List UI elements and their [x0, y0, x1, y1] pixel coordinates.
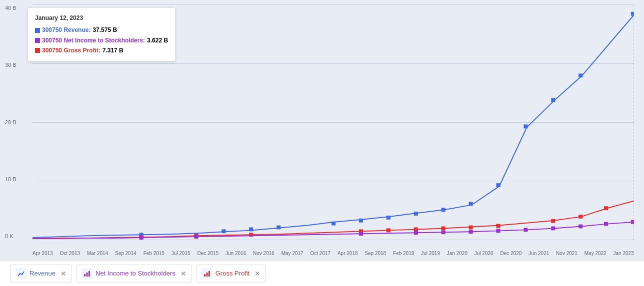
tooltip-gross-profit-dot — [35, 48, 40, 53]
y-label-40b: 40 B — [5, 5, 16, 11]
revenue-point — [386, 216, 390, 220]
chart-area: 0 K 10 B 20 B 30 B 40 B January 12, 2023… — [0, 0, 644, 260]
net-income-point — [469, 230, 473, 234]
tooltip-revenue-label: 300750 Revenue: — [42, 25, 90, 35]
revenue-point — [359, 219, 363, 223]
bar-chart-icon-2 — [204, 270, 210, 277]
gross-profit-point — [578, 215, 582, 219]
net-income-point — [140, 236, 144, 240]
x-label-12: Sep 2018 — [364, 251, 386, 256]
tooltip-revenue-dot — [35, 28, 40, 33]
tooltip-net-income-label: 300750 Net Income to Stockholders: — [42, 35, 145, 45]
legend-item-revenue[interactable]: Revenue ✕ — [10, 265, 72, 283]
x-label-11: Apr 2018 — [338, 251, 358, 256]
legend-gross-profit-label: Gross Profit — [216, 270, 250, 277]
x-label-4: Feb 2015 — [144, 251, 164, 256]
gross-profit-point — [442, 227, 446, 231]
x-label-3: Sep 2014 — [115, 251, 136, 256]
revenue-point — [551, 98, 555, 102]
revenue-chart-icon — [16, 268, 26, 279]
bar-chart-icon — [84, 270, 90, 277]
net-income-point — [604, 222, 608, 226]
revenue-point — [469, 202, 473, 206]
svg-rect-4 — [206, 273, 208, 277]
y-label-20b: 20 B — [5, 119, 16, 125]
gross-profit-point — [604, 206, 608, 210]
x-label-9: May 2017 — [282, 251, 304, 256]
tooltip-date: January 12, 2023 — [35, 13, 168, 23]
legend-gross-profit-close[interactable]: ✕ — [254, 270, 260, 277]
revenue-point — [276, 226, 280, 230]
y-label-0k: 0 K — [5, 233, 16, 239]
y-label-30b: 30 B — [5, 62, 16, 68]
tooltip-revenue-value: 37.575 B — [92, 25, 117, 35]
legend-net-income-label: Net Income to Stockholders — [96, 270, 176, 277]
legend-item-gross-profit[interactable]: Gross Profit ✕ — [196, 265, 266, 283]
x-label-19: Nov 2021 — [556, 251, 578, 256]
revenue-point — [442, 208, 446, 212]
line-chart-icon — [18, 270, 24, 277]
x-label-16: Jul 2020 — [474, 251, 494, 256]
gross-profit-chart-icon — [202, 268, 212, 279]
svg-rect-5 — [208, 271, 210, 277]
x-axis-labels: Apr 2013 Oct 2013 Mar 2014 Sep 2014 Feb … — [32, 251, 634, 256]
y-label-10b: 10 B — [5, 176, 16, 182]
revenue-point — [332, 222, 336, 226]
tooltip-net-income-dot — [35, 38, 40, 43]
net-income-point — [414, 231, 418, 235]
x-label-10: Oct 2017 — [310, 251, 330, 256]
x-label-8: Nov 2016 — [253, 251, 274, 256]
chart-container: 0 K 10 B 20 B 30 B 40 B January 12, 2023… — [0, 0, 644, 286]
x-label-21: Jan 2023 — [614, 251, 634, 256]
gross-profit-point — [386, 228, 390, 232]
gross-profit-point — [496, 224, 500, 228]
svg-rect-3 — [204, 274, 206, 277]
revenue-point — [631, 12, 634, 16]
net-income-point — [194, 235, 198, 239]
x-label-7: Jun 2016 — [226, 251, 246, 256]
chart-tooltip: January 12, 2023 300750 Revenue: 37.575 … — [28, 7, 176, 61]
x-label-13: Feb 2019 — [393, 251, 414, 256]
net-income-point — [359, 232, 363, 236]
legend-revenue-close[interactable]: ✕ — [60, 270, 66, 277]
net-income-point — [551, 227, 555, 231]
net-income-point — [442, 230, 446, 234]
gross-profit-point — [469, 226, 473, 230]
revenue-point — [249, 227, 253, 231]
gross-profit-line — [32, 201, 634, 239]
gross-profit-point — [414, 227, 418, 231]
revenue-point — [524, 124, 528, 128]
x-label-2: Mar 2014 — [87, 251, 108, 256]
tooltip-net-income-row: 300750 Net Income to Stockholders: 3.622… — [35, 35, 168, 45]
revenue-point — [496, 183, 500, 187]
net-income-point — [631, 220, 634, 224]
net-income-chart-icon — [82, 268, 92, 279]
tooltip-gross-profit-row: 300750 Gross Profit: 7.317 B — [35, 45, 168, 55]
revenue-point — [578, 73, 582, 77]
gross-profit-point — [551, 219, 555, 223]
svg-rect-1 — [86, 273, 88, 277]
y-axis-labels: 0 K 10 B 20 B 30 B 40 B — [5, 5, 16, 240]
tooltip-gross-profit-label: 300750 Gross Profit: — [42, 45, 100, 55]
x-label-1: Oct 2013 — [60, 251, 80, 256]
revenue-point — [414, 212, 418, 216]
net-income-point — [496, 229, 500, 233]
x-label-5: Jul 2015 — [172, 251, 190, 256]
legend-bar: Revenue ✕ Net Income to Stockholders ✕ — [0, 260, 644, 286]
revenue-point — [222, 229, 226, 233]
legend-revenue-label: Revenue — [30, 270, 56, 277]
x-label-15: Jan 2020 — [447, 251, 468, 256]
svg-rect-0 — [84, 274, 86, 277]
x-label-20: May 2022 — [584, 251, 606, 256]
x-label-0: Apr 2013 — [32, 251, 53, 256]
legend-net-income-close[interactable]: ✕ — [180, 270, 186, 277]
x-label-6: Dec 2015 — [197, 251, 218, 256]
tooltip-net-income-value: 3.622 B — [147, 35, 168, 45]
x-label-18: Jun 2021 — [528, 251, 549, 256]
tooltip-revenue-row: 300750 Revenue: 37.575 B — [35, 25, 168, 35]
net-income-point — [578, 225, 582, 229]
tooltip-gross-profit-value: 7.317 B — [102, 45, 124, 55]
legend-item-net-income[interactable]: Net Income to Stockholders ✕ — [76, 265, 192, 283]
svg-rect-2 — [88, 271, 90, 277]
x-label-17: Dec 2020 — [500, 251, 522, 256]
